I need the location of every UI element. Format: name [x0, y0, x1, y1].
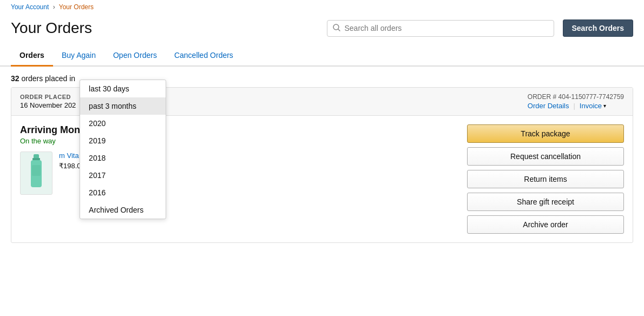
return-items-button[interactable]: Return items — [467, 170, 624, 188]
request-cancellation-button[interactable]: Request cancellation — [467, 147, 624, 166]
svg-rect-3 — [32, 158, 40, 160]
tab-buy-again[interactable]: Buy Again — [53, 45, 104, 67]
search-bar — [327, 20, 554, 37]
orders-count-label: orders — [21, 74, 43, 83]
search-icon — [333, 24, 340, 33]
chevron-down-icon: ▾ — [603, 103, 606, 109]
dropdown-menu: last 30 days past 3 months 2020 2019 201… — [80, 80, 166, 219]
order-placed-label: ORDER PLACED — [20, 94, 76, 100]
orders-placed-in: placed in — [45, 74, 75, 83]
action-buttons: Track package Request cancellation Retur… — [467, 124, 624, 234]
dropdown-item-archived[interactable]: Archived Orders — [80, 201, 166, 219]
search-orders-button[interactable]: Search Orders — [563, 19, 634, 37]
order-links: Order Details | Invoice ▾ — [528, 102, 624, 110]
dropdown-item-2019[interactable]: 2019 — [80, 132, 166, 149]
tab-cancelled-orders[interactable]: Cancelled Orders — [166, 45, 242, 67]
dropdown-item-past3[interactable]: past 3 months — [80, 97, 166, 115]
breadcrumb-separator: › — [53, 3, 55, 11]
svg-line-1 — [338, 29, 340, 31]
invoice-dropdown[interactable]: Invoice ▾ — [580, 102, 606, 110]
tab-open-orders[interactable]: Open Orders — [104, 45, 166, 67]
archive-order-button[interactable]: Archive order — [467, 215, 624, 234]
order-number-label: ORDER # 404-1150777-7742759 — [528, 93, 624, 101]
share-gift-receipt-button[interactable]: Share gift receipt — [467, 193, 624, 211]
orders-count-text: 32 orders placed in — [11, 74, 75, 83]
track-package-button[interactable]: Track package — [467, 124, 624, 143]
orders-count: 32 — [11, 74, 19, 83]
pipe-separator: | — [573, 102, 575, 110]
dropdown-item-2017[interactable]: 2017 — [80, 167, 166, 184]
orders-count-row: 32 orders placed in last 30 days past 3 … — [0, 67, 644, 87]
invoice-link[interactable]: Invoice — [580, 102, 602, 110]
tabs-bar: Orders Buy Again Open Orders Cancelled O… — [0, 45, 644, 67]
tab-orders[interactable]: Orders — [11, 45, 53, 67]
breadcrumb: Your Account › Your Orders — [0, 0, 644, 14]
product-image — [20, 152, 52, 195]
order-number-value: 404-1150777-7742759 — [558, 93, 624, 101]
header-area: Your Orders Search Orders — [0, 14, 644, 45]
order-header-right: ORDER # 404-1150777-7742759 Order Detail… — [528, 93, 624, 110]
page-title: Your Orders — [11, 19, 318, 37]
dropdown-item-last30[interactable]: last 30 days — [80, 80, 166, 97]
order-placed-field: ORDER PLACED 16 November 202 — [20, 94, 76, 109]
breadcrumb-parent-link[interactable]: Your Account — [11, 3, 49, 11]
order-placed-date: 16 November 202 — [20, 101, 76, 109]
dropdown-item-2016[interactable]: 2016 — [80, 184, 166, 201]
bottle-svg — [28, 154, 44, 192]
order-details-link[interactable]: Order Details — [528, 102, 569, 110]
search-input[interactable] — [345, 24, 548, 32]
breadcrumb-current: Your Orders — [59, 3, 94, 11]
svg-rect-2 — [34, 154, 39, 159]
svg-rect-5 — [32, 165, 41, 176]
dropdown-item-2020[interactable]: 2020 — [80, 115, 166, 132]
dropdown-item-2018[interactable]: 2018 — [80, 149, 166, 167]
